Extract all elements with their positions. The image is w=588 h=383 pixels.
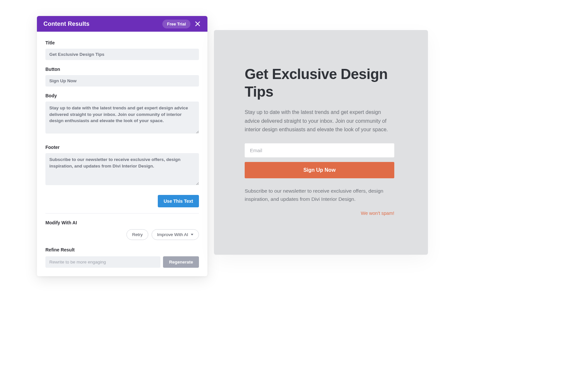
retry-button[interactable]: Retry [126,229,148,240]
button-label: Button [45,67,199,72]
no-spam-note: We won't spam! [245,211,394,216]
title-input[interactable] [45,49,199,60]
body-textarea[interactable]: Stay up to date with the latest trends a… [45,102,199,134]
modify-buttons-row: Retry Improve With AI [37,229,207,247]
modify-with-ai-label: Modify With AI [37,220,207,229]
panel-body: Title Button Body Stay up to date with t… [37,32,207,193]
title-label: Title [45,40,199,45]
divider [45,213,199,214]
footer-textarea[interactable]: Subscribe to our newsletter to receive e… [45,153,199,185]
use-text-row: Use This Text [37,193,207,213]
body-label: Body [45,93,199,98]
preview-pane: Get Exclusive Design Tips Stay up to dat… [214,30,428,255]
free-trial-badge[interactable]: Free Trial [162,20,190,28]
sign-up-button[interactable]: Sign Up Now [245,162,394,178]
content-results-panel: Content Results Free Trial Title Button … [37,16,207,276]
footer-label: Footer [45,145,199,150]
use-this-text-button[interactable]: Use This Text [158,195,199,207]
refine-result-label: Refine Result [37,247,207,256]
regenerate-button[interactable]: Regenerate [163,256,199,268]
improve-with-ai-button[interactable]: Improve With AI [152,229,199,240]
preview-body-text: Stay up to date with the latest trends a… [245,108,395,134]
preview-footer-text: Subscribe to our newsletter to receive e… [245,187,395,203]
panel-title: Content Results [43,21,162,27]
refine-row: Regenerate [37,256,207,268]
improve-with-ai-label: Improve With AI [157,232,188,237]
email-field[interactable] [245,143,394,157]
close-icon[interactable] [194,21,201,27]
chevron-down-icon [191,234,193,235]
button-input[interactable] [45,75,199,87]
preview-heading: Get Exclusive Design Tips [245,65,412,100]
refine-input[interactable] [45,256,160,268]
panel-header: Content Results Free Trial [37,16,207,32]
